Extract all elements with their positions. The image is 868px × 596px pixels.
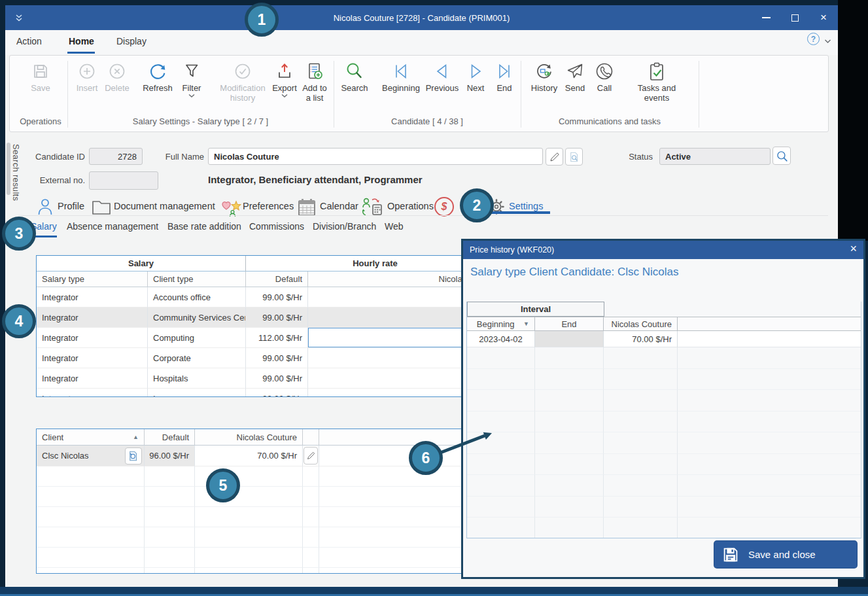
price-history-table: Interval Beginning▼ End Nicolas Couture … — [466, 302, 861, 538]
tab-document-management[interactable]: Document management — [114, 201, 215, 211]
call-icon — [594, 61, 615, 82]
minimize-button[interactable] — [752, 5, 780, 30]
filter-button[interactable]: Filter — [175, 61, 209, 98]
status-search-button[interactable] — [773, 147, 791, 165]
send-button[interactable]: Send — [561, 61, 589, 93]
history-button[interactable]: History — [527, 61, 562, 93]
modification-history-button[interactable]: Modification history — [213, 61, 272, 103]
edit-rate-button[interactable] — [304, 447, 318, 465]
ribbon-tab-row: Action Home Display ? — [5, 30, 838, 55]
ribbon-tab-action[interactable]: Action — [16, 36, 42, 46]
sidebar-scrollbar[interactable] — [7, 143, 10, 195]
client-rate-row[interactable]: Clsc Nicolas 96.00 $/Hr 70.00 $/Hr — [37, 446, 462, 466]
save-icon — [721, 545, 740, 565]
group-label-operations: Operations — [14, 116, 67, 126]
column-header-client[interactable]: Client▲ — [37, 429, 145, 446]
column-header-beginning[interactable]: Beginning▼ — [467, 317, 535, 331]
column-header-candidate[interactable]: Nicolas Couture — [195, 429, 303, 446]
dialog-heading: Salary type Client Candidate: Clsc Nicol… — [470, 266, 678, 279]
table-row[interactable]: Integrator Computing 112.00 $/Hr — [37, 328, 462, 348]
save-icon — [30, 61, 51, 82]
filter-dropdown-chevron-icon — [188, 94, 195, 98]
end-icon — [494, 61, 515, 82]
table-row-selected[interactable]: Integrator Community Services Center 99.… — [37, 307, 462, 328]
next-button[interactable]: Next — [462, 61, 489, 93]
price-history-row[interactable]: 2023-04-02 70.00 $/Hr — [467, 331, 861, 347]
titlebar: Nicolas Couture [2728] - Candidate (PRIM… — [5, 5, 838, 30]
close-icon: × — [820, 11, 827, 24]
column-header-candidate[interactable]: Nicolas Couture — [604, 317, 678, 331]
focused-cell[interactable] — [308, 328, 462, 348]
save-button[interactable]: Save — [24, 61, 58, 93]
status-label: Status — [623, 152, 653, 162]
maximize-button[interactable] — [780, 5, 809, 30]
table-row[interactable]: Integrator Hospitals 99.00 $/Hr — [37, 368, 462, 389]
tab-operations[interactable]: Operations — [387, 201, 434, 211]
add-to-a-list-button[interactable]: Add to a list — [296, 61, 333, 103]
previous-button[interactable]: Previous — [423, 61, 461, 93]
maximize-icon — [791, 14, 799, 22]
group-label-candidate: Candidate [ 4 / 38 ] — [334, 116, 521, 126]
candidate-id-field[interactable]: 2728 — [89, 148, 143, 165]
export-icon — [274, 61, 295, 82]
client-rate-table: Client▲ Default Nicolas Couture Clsc Nic… — [36, 429, 462, 574]
column-header-default[interactable]: Default — [246, 272, 308, 287]
group-label-communications: Communications and tasks — [521, 116, 699, 126]
column-header-end[interactable]: End — [535, 317, 604, 331]
ribbon-tab-display[interactable]: Display — [116, 36, 147, 46]
subtab-base-rate-addition[interactable]: Base rate addition — [167, 221, 241, 232]
delete-icon — [107, 61, 128, 82]
end-button[interactable]: End — [492, 61, 517, 93]
beginning-icon — [391, 61, 411, 82]
price-history-dialog: Price history (WKF020) × Salary type Cli… — [461, 239, 865, 579]
external-no-field[interactable] — [89, 171, 158, 190]
search-button[interactable]: Search — [336, 61, 373, 93]
subtab-absence-management[interactable]: Absence management — [67, 221, 158, 232]
add-to-a-list-icon — [304, 61, 325, 82]
column-header-client-type[interactable]: Client type — [148, 272, 246, 287]
history-icon — [534, 61, 555, 82]
document-magnifier-icon — [128, 450, 139, 462]
tab-calendar[interactable]: Calendar — [320, 201, 358, 211]
column-header-salary-type[interactable]: Salary type — [37, 272, 148, 287]
dialog-close-icon[interactable]: × — [850, 242, 857, 256]
tab-preferences[interactable]: Preferences — [243, 201, 294, 211]
beginning-button[interactable]: Beginning — [380, 61, 422, 93]
window-bottom-edge — [0, 587, 868, 596]
callout-6-arrow — [428, 424, 500, 460]
call-button[interactable]: Call — [592, 61, 617, 93]
subtab-division-branch[interactable]: Division/Branch — [313, 221, 376, 232]
ribbon-collapse-chevron-icon[interactable] — [824, 36, 831, 46]
delete-button[interactable]: Delete — [102, 61, 132, 93]
window-title: Nicolas Couture [2728] - Candidate (PRIM… — [5, 13, 838, 23]
column-header-default[interactable]: Default — [145, 429, 195, 446]
export-dropdown-chevron-icon — [281, 94, 288, 98]
ribbon-tab-home[interactable]: Home — [69, 36, 94, 46]
status-magnifier-icon — [776, 150, 788, 162]
table-row[interactable]: Integrator Corporate 99.00 $/Hr — [37, 348, 462, 368]
end-date-cell[interactable] — [535, 331, 604, 347]
name-preview-button[interactable] — [565, 148, 583, 166]
close-button[interactable]: × — [809, 5, 838, 30]
pencil-icon — [549, 151, 561, 163]
tasks-and-events-button[interactable]: Tasks and events — [632, 61, 682, 103]
edit-name-button[interactable] — [546, 148, 563, 166]
subtab-web[interactable]: Web — [385, 221, 404, 232]
status-field[interactable]: Active — [659, 148, 771, 165]
table-row[interactable]: Integrator Insurance 99.00 $/Hr — [37, 389, 462, 397]
refresh-button[interactable]: Refresh — [139, 61, 177, 93]
callout-3: 3 — [2, 217, 36, 251]
full-name-field[interactable]: Nicolas Couture — [208, 148, 543, 165]
payroll-dollar-icon[interactable]: $ — [434, 197, 454, 217]
table-row[interactable]: Integrator Accounts office 99.00 $/Hr — [37, 287, 462, 307]
help-button[interactable]: ? — [807, 33, 820, 45]
preferences-icon — [220, 198, 243, 220]
client-preview-button[interactable] — [125, 447, 142, 465]
insert-button[interactable]: Insert — [71, 61, 103, 93]
tab-profile[interactable]: Profile — [58, 201, 84, 211]
save-and-close-button[interactable]: Save and close — [714, 541, 857, 568]
ribbon-panel: Save Operations Insert Delete Refresh Fi… — [9, 55, 829, 132]
subtab-commissions[interactable]: Commissions — [249, 221, 304, 232]
tab-settings[interactable]: Settings — [509, 201, 543, 211]
column-header-candidate[interactable]: Nicolas Couture — [308, 272, 462, 287]
